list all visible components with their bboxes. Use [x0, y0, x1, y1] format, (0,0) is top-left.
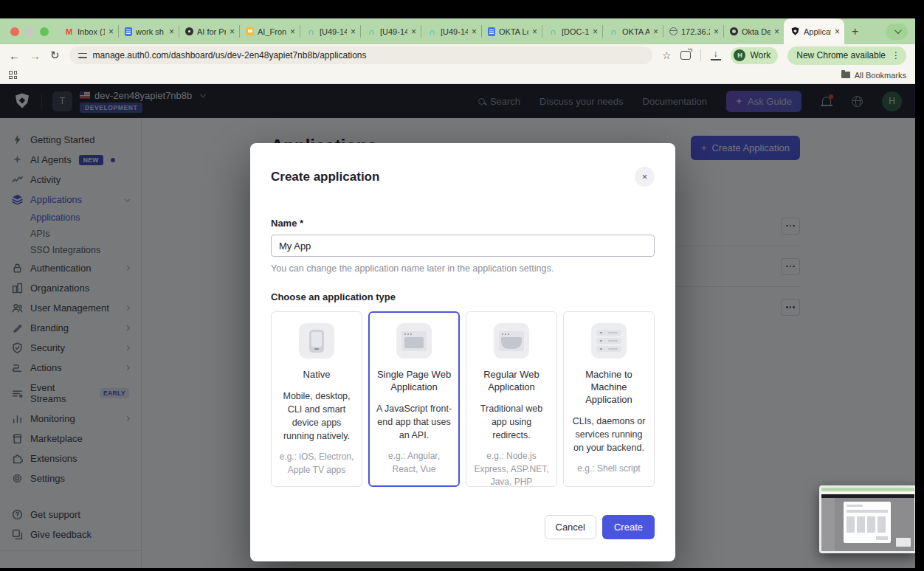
close-icon: ×	[642, 172, 648, 181]
tab-close-icon[interactable]: ×	[351, 27, 356, 36]
fullscreen-window-icon[interactable]	[40, 27, 49, 36]
teal-u-icon: ∩	[427, 27, 437, 36]
google-doc-icon	[488, 27, 495, 36]
auth0-icon	[790, 27, 800, 36]
teal-u-icon: ∩	[548, 27, 558, 36]
pip-inner-preview	[896, 538, 911, 547]
chrome-menu-icon[interactable]: ⋮	[892, 50, 900, 60]
tab-close-icon[interactable]: ×	[169, 27, 174, 36]
browser-tab[interactable]: Applicat×	[784, 18, 844, 44]
tab-close-icon[interactable]: ×	[593, 27, 598, 36]
browser-tabs: MInbox (1×work sh×AI for Pr×AI_Fron×∩[U4…	[58, 18, 844, 44]
browser-tab[interactable]: AI for Pr×	[179, 18, 239, 44]
browser-tab[interactable]: OKTA Lo×	[481, 18, 542, 44]
application-type-cards: NativeMobile, desktop, CLI and smart dev…	[271, 311, 655, 487]
card-description: Mobile, desktop, CLI and smart device ap…	[278, 390, 355, 443]
browser-tab[interactable]: ∩[U49-14×	[421, 18, 481, 44]
tab-label: [U49-14	[380, 27, 407, 36]
card-title: Machine to Machine Application	[570, 369, 647, 406]
regular-web-icon	[499, 331, 524, 351]
url-toolbar: ← → ↻ manage.auth0.com/dashboard/us/dev-…	[0, 44, 915, 66]
application-type-label: Choose an application type	[271, 291, 655, 302]
tab-label: [U49-14	[441, 27, 468, 36]
cancel-button[interactable]: Cancel	[545, 515, 596, 539]
card-title: Native	[278, 369, 355, 381]
tab-label: OKTA Al	[622, 27, 649, 36]
browser-tab[interactable]: ∩[U49-14×	[300, 18, 360, 44]
globe-icon	[669, 27, 678, 35]
browser-tab[interactable]: 172.36.2×	[663, 18, 723, 44]
downloads-icon[interactable]	[711, 51, 721, 60]
reload-button[interactable]: ↻	[50, 49, 60, 62]
forward-button[interactable]: →	[30, 49, 41, 62]
chevron-down-icon	[894, 27, 901, 34]
browser-tab[interactable]: Okta De×	[723, 18, 784, 44]
dark-app-icon	[185, 27, 193, 35]
name-help-text: You can change the application name late…	[271, 263, 655, 274]
update-label: New Chrome available	[796, 50, 886, 60]
app-type-card-regular-web-application[interactable]: Regular Web ApplicationTraditional web a…	[466, 311, 557, 487]
back-button[interactable]: ←	[9, 49, 20, 62]
tab-close-icon[interactable]: ×	[774, 27, 779, 36]
app-type-card-single-page-web-application[interactable]: Single Page Web ApplicationA JavaScript …	[368, 311, 460, 487]
card-example: e.g.: iOS, Electron, Apple TV apps	[278, 451, 355, 477]
browser-tab[interactable]: MInbox (1×	[58, 18, 118, 44]
screen-share-preview[interactable]	[819, 485, 915, 553]
tab-close-icon[interactable]: ×	[411, 27, 416, 36]
profile-avatar: H	[734, 49, 745, 61]
okta-icon	[730, 27, 738, 35]
card-icon-box	[591, 323, 627, 359]
tab-strip: MInbox (1×work sh×AI for Pr×AI_Fron×∩[U4…	[0, 18, 915, 44]
tab-close-icon[interactable]: ×	[532, 27, 537, 36]
browser-window: MInbox (1×work sh×AI for Pr×AI_Fron×∩[U4…	[0, 18, 915, 568]
gmail-icon: M	[64, 27, 74, 36]
browser-tab[interactable]: ∩OKTA Al×	[602, 18, 663, 44]
card-description: Traditional web app using redirects.	[473, 402, 550, 442]
bookmark-star-icon[interactable]: ☆	[662, 49, 672, 61]
tab-close-icon[interactable]: ×	[108, 27, 114, 36]
tab-close-icon[interactable]: ×	[835, 27, 840, 36]
chrome-update-button[interactable]: New Chrome available ⋮	[787, 46, 906, 65]
browser-tab[interactable]: ∩[U49-14×	[360, 18, 421, 44]
window-controls[interactable]	[0, 27, 58, 36]
google-doc-icon	[125, 27, 132, 36]
card-example: e.g.: Node.js Express, ASP.NET, Java, PH…	[473, 450, 550, 488]
tab-close-icon[interactable]: ×	[653, 27, 658, 36]
tab-close-icon[interactable]: ×	[290, 27, 295, 36]
app-type-card-machine-to-machine-application[interactable]: Machine to Machine ApplicationCLIs, daem…	[563, 311, 655, 487]
teal-u-icon: ∩	[306, 27, 316, 36]
apps-grid-icon[interactable]	[9, 71, 17, 79]
app-type-card-native[interactable]: NativeMobile, desktop, CLI and smart dev…	[271, 311, 362, 487]
close-window-icon[interactable]	[10, 27, 19, 36]
teal-u-icon: ∩	[367, 27, 376, 36]
tab-label: OKTA Lo	[499, 27, 528, 36]
tab-search-button[interactable]	[886, 24, 908, 40]
native-phone-icon	[309, 330, 324, 353]
browser-tab[interactable]: AI_Fron×	[239, 18, 300, 44]
minimize-window-icon[interactable]	[25, 27, 34, 36]
address-bar[interactable]: manage.auth0.com/dashboard/us/dev-2en48y…	[69, 46, 652, 64]
browser-tab[interactable]: ∩[DOC-1×	[542, 18, 602, 44]
url-text[interactable]: manage.auth0.com/dashboard/us/dev-2en48y…	[93, 50, 367, 60]
new-tab-button[interactable]: +	[844, 25, 866, 38]
bookmarks-bar: All Bookmarks	[0, 66, 915, 84]
create-button[interactable]: Create	[602, 515, 655, 539]
tab-label: AI for Pr	[197, 27, 226, 36]
tab-label: Inbox (1	[77, 27, 105, 36]
profile-label: Work	[750, 50, 770, 60]
browser-tab[interactable]: work sh×	[118, 18, 179, 44]
close-modal-button[interactable]: ×	[635, 167, 655, 187]
profile-button[interactable]: H Work	[731, 47, 778, 64]
tab-close-icon[interactable]: ×	[472, 27, 477, 36]
all-bookmarks-button[interactable]: All Bookmarks	[841, 71, 906, 80]
tab-close-icon[interactable]: ×	[714, 27, 719, 36]
side-panel-icon[interactable]	[680, 51, 691, 60]
application-name-input[interactable]	[271, 235, 655, 257]
site-settings-icon[interactable]	[78, 52, 87, 59]
pip-modal	[844, 502, 891, 543]
tab-close-icon[interactable]: ×	[230, 27, 235, 36]
orange-doc-icon	[246, 27, 254, 35]
tab-label: work sh	[136, 27, 165, 36]
card-icon-box	[299, 323, 334, 359]
card-icon-box	[396, 323, 432, 359]
